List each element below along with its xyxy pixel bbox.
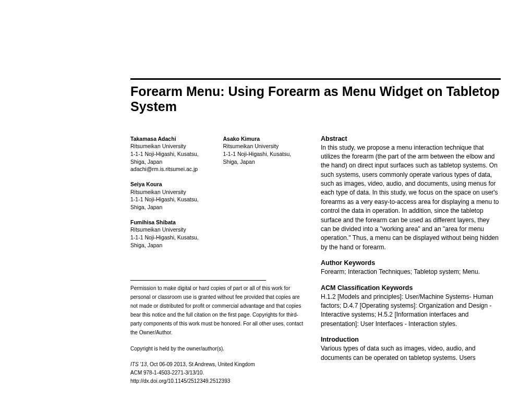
abstract-body: In this study, we propose a menu interac… [321, 143, 501, 252]
intro-body: Various types of data such as images, vi… [321, 344, 501, 362]
author-address: 1-1-1 Noji-Higashi, Kusatsu, [130, 196, 305, 203]
acm-heading: ACM Classification Keywords [321, 284, 501, 292]
acm-body: H.1.2 [Models and principles]: User/Mach… [321, 293, 501, 329]
author-affiliation: Ritsumeikan University [130, 226, 305, 234]
author-affiliation: Ritsumeikan University [130, 142, 213, 150]
conference-details: , Oct 06-09 2013, St Andrews, United Kin… [147, 361, 255, 367]
title-rule [130, 78, 501, 80]
author-name: Takamasa Adachi [130, 135, 213, 143]
conference-line: ITS '13, Oct 06-09 2013, St Andrews, Uni… [130, 360, 305, 369]
author-block: Fumihisa Shibata Ritsumeikan University … [130, 219, 305, 249]
author-address: Shiga, Japan [130, 203, 305, 211]
right-column: Abstract In this study, we propose a men… [321, 135, 501, 386]
conference-info: ITS '13, Oct 06-09 2013, St Andrews, Uni… [130, 360, 305, 385]
author-name: Fumihisa Shibata [130, 219, 305, 226]
author-address: 1-1-1 Noji-Higashi, Kusatsu, [130, 234, 305, 241]
doi-line: http://dx.doi.org/10.1145/2512349.251239… [130, 377, 305, 385]
author-address: Shiga, Japan [130, 241, 305, 249]
author-block: Seiya Koura Ritsumeikan University 1-1-1… [130, 180, 305, 211]
intro-heading: Introduction [321, 336, 501, 343]
author-address: Shiga, Japan [130, 158, 213, 166]
acm-line: ACM 978-1-4503-2271-3/13/10. [130, 369, 305, 377]
keywords-body: Forearm; Interaction Techniques; Tableto… [321, 268, 501, 276]
keywords-heading: Author Keywords [321, 259, 501, 267]
paper-title: Forearm Menu: Using Forearm as Menu Widg… [130, 84, 501, 114]
permission-text: Permission to make digital or hard copie… [130, 284, 305, 337]
author-address: Shiga, Japan [223, 158, 306, 166]
author-affiliation: Ritsumeikan University [223, 142, 306, 150]
copyright-line: Copyright is held by the owner/author(s)… [130, 344, 305, 353]
authors-row-1: Takamasa Adachi Ritsumeikan University 1… [130, 135, 305, 180]
paper-page: Forearm Menu: Using Forearm as Menu Widg… [0, 0, 532, 406]
permission-rule [130, 280, 266, 281]
left-column: Takamasa Adachi Ritsumeikan University 1… [130, 135, 305, 386]
author-address: 1-1-1 Noji-Higashi, Kusatsu, [223, 150, 306, 158]
conference-name: ITS '13 [130, 361, 147, 367]
author-address: 1-1-1 Noji-Higashi, Kusatsu, [130, 150, 213, 158]
author-email: adachi@rm.is.ritsumei.ac.jp [130, 165, 213, 173]
author-name: Asako Kimura [223, 135, 306, 143]
author-name: Seiya Koura [130, 180, 305, 188]
abstract-heading: Abstract [321, 135, 501, 142]
author-affiliation: Ritsumeikan University [130, 188, 305, 196]
author-block: Takamasa Adachi Ritsumeikan University 1… [130, 135, 213, 173]
author-block: Asako Kimura Ritsumeikan University 1-1-… [223, 135, 306, 173]
content-columns: Takamasa Adachi Ritsumeikan University 1… [130, 135, 501, 386]
